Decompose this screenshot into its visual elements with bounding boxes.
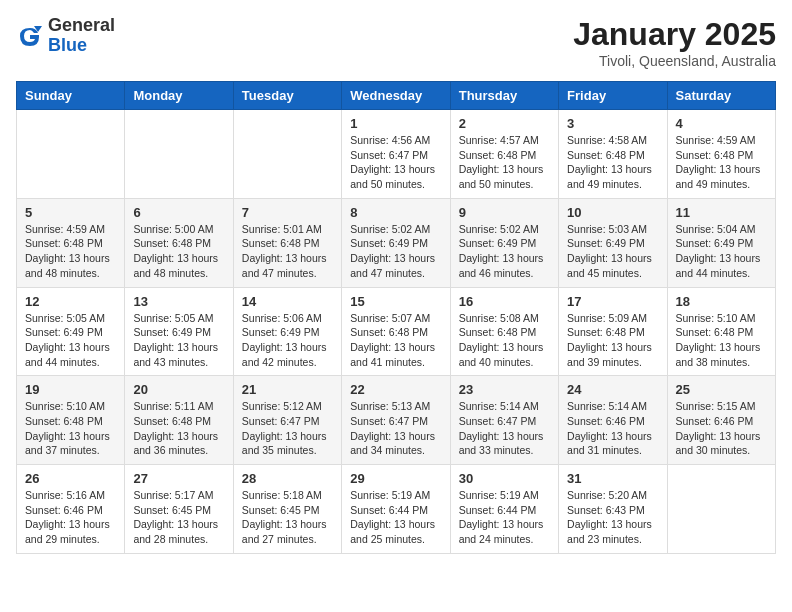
cell-content: Sunrise: 5:19 AM Sunset: 6:44 PM Dayligh… bbox=[459, 488, 550, 547]
cell-content: Sunrise: 5:17 AM Sunset: 6:45 PM Dayligh… bbox=[133, 488, 224, 547]
day-number: 9 bbox=[459, 205, 550, 220]
cell-content: Sunrise: 5:12 AM Sunset: 6:47 PM Dayligh… bbox=[242, 399, 333, 458]
logo-blue: Blue bbox=[48, 35, 87, 55]
cell-content: Sunrise: 5:10 AM Sunset: 6:48 PM Dayligh… bbox=[25, 399, 116, 458]
location: Tivoli, Queensland, Australia bbox=[573, 53, 776, 69]
calendar-cell: 11Sunrise: 5:04 AM Sunset: 6:49 PM Dayli… bbox=[667, 198, 775, 287]
calendar-cell: 29Sunrise: 5:19 AM Sunset: 6:44 PM Dayli… bbox=[342, 465, 450, 554]
week-row-5: 26Sunrise: 5:16 AM Sunset: 6:46 PM Dayli… bbox=[17, 465, 776, 554]
day-number: 25 bbox=[676, 382, 767, 397]
cell-content: Sunrise: 5:06 AM Sunset: 6:49 PM Dayligh… bbox=[242, 311, 333, 370]
cell-content: Sunrise: 5:14 AM Sunset: 6:47 PM Dayligh… bbox=[459, 399, 550, 458]
day-number: 5 bbox=[25, 205, 116, 220]
cell-content: Sunrise: 4:59 AM Sunset: 6:48 PM Dayligh… bbox=[25, 222, 116, 281]
cell-content: Sunrise: 5:10 AM Sunset: 6:48 PM Dayligh… bbox=[676, 311, 767, 370]
week-row-2: 5Sunrise: 4:59 AM Sunset: 6:48 PM Daylig… bbox=[17, 198, 776, 287]
weekday-header-wednesday: Wednesday bbox=[342, 82, 450, 110]
calendar-cell bbox=[125, 110, 233, 199]
weekday-header-tuesday: Tuesday bbox=[233, 82, 341, 110]
calendar-cell: 10Sunrise: 5:03 AM Sunset: 6:49 PM Dayli… bbox=[559, 198, 667, 287]
calendar-cell: 13Sunrise: 5:05 AM Sunset: 6:49 PM Dayli… bbox=[125, 287, 233, 376]
day-number: 23 bbox=[459, 382, 550, 397]
cell-content: Sunrise: 5:09 AM Sunset: 6:48 PM Dayligh… bbox=[567, 311, 658, 370]
cell-content: Sunrise: 5:15 AM Sunset: 6:46 PM Dayligh… bbox=[676, 399, 767, 458]
cell-content: Sunrise: 4:59 AM Sunset: 6:48 PM Dayligh… bbox=[676, 133, 767, 192]
weekday-header-row: SundayMondayTuesdayWednesdayThursdayFrid… bbox=[17, 82, 776, 110]
day-number: 24 bbox=[567, 382, 658, 397]
calendar-cell: 14Sunrise: 5:06 AM Sunset: 6:49 PM Dayli… bbox=[233, 287, 341, 376]
calendar-cell: 22Sunrise: 5:13 AM Sunset: 6:47 PM Dayli… bbox=[342, 376, 450, 465]
calendar-cell: 19Sunrise: 5:10 AM Sunset: 6:48 PM Dayli… bbox=[17, 376, 125, 465]
cell-content: Sunrise: 4:58 AM Sunset: 6:48 PM Dayligh… bbox=[567, 133, 658, 192]
cell-content: Sunrise: 5:16 AM Sunset: 6:46 PM Dayligh… bbox=[25, 488, 116, 547]
logo-general: General bbox=[48, 15, 115, 35]
calendar-cell: 17Sunrise: 5:09 AM Sunset: 6:48 PM Dayli… bbox=[559, 287, 667, 376]
day-number: 17 bbox=[567, 294, 658, 309]
calendar-cell bbox=[17, 110, 125, 199]
day-number: 15 bbox=[350, 294, 441, 309]
weekday-header-monday: Monday bbox=[125, 82, 233, 110]
calendar-cell: 30Sunrise: 5:19 AM Sunset: 6:44 PM Dayli… bbox=[450, 465, 558, 554]
day-number: 29 bbox=[350, 471, 441, 486]
day-number: 28 bbox=[242, 471, 333, 486]
week-row-1: 1Sunrise: 4:56 AM Sunset: 6:47 PM Daylig… bbox=[17, 110, 776, 199]
cell-content: Sunrise: 4:57 AM Sunset: 6:48 PM Dayligh… bbox=[459, 133, 550, 192]
cell-content: Sunrise: 5:08 AM Sunset: 6:48 PM Dayligh… bbox=[459, 311, 550, 370]
weekday-header-thursday: Thursday bbox=[450, 82, 558, 110]
day-number: 13 bbox=[133, 294, 224, 309]
month-year: January 2025 bbox=[573, 16, 776, 53]
logo: General Blue bbox=[16, 16, 115, 56]
day-number: 6 bbox=[133, 205, 224, 220]
day-number: 22 bbox=[350, 382, 441, 397]
logo-icon bbox=[16, 22, 44, 50]
calendar-cell: 8Sunrise: 5:02 AM Sunset: 6:49 PM Daylig… bbox=[342, 198, 450, 287]
week-row-4: 19Sunrise: 5:10 AM Sunset: 6:48 PM Dayli… bbox=[17, 376, 776, 465]
calendar-table: SundayMondayTuesdayWednesdayThursdayFrid… bbox=[16, 81, 776, 554]
day-number: 3 bbox=[567, 116, 658, 131]
calendar-cell: 12Sunrise: 5:05 AM Sunset: 6:49 PM Dayli… bbox=[17, 287, 125, 376]
day-number: 27 bbox=[133, 471, 224, 486]
calendar-cell: 21Sunrise: 5:12 AM Sunset: 6:47 PM Dayli… bbox=[233, 376, 341, 465]
cell-content: Sunrise: 5:13 AM Sunset: 6:47 PM Dayligh… bbox=[350, 399, 441, 458]
day-number: 2 bbox=[459, 116, 550, 131]
cell-content: Sunrise: 5:05 AM Sunset: 6:49 PM Dayligh… bbox=[133, 311, 224, 370]
cell-content: Sunrise: 4:56 AM Sunset: 6:47 PM Dayligh… bbox=[350, 133, 441, 192]
cell-content: Sunrise: 5:00 AM Sunset: 6:48 PM Dayligh… bbox=[133, 222, 224, 281]
cell-content: Sunrise: 5:19 AM Sunset: 6:44 PM Dayligh… bbox=[350, 488, 441, 547]
cell-content: Sunrise: 5:01 AM Sunset: 6:48 PM Dayligh… bbox=[242, 222, 333, 281]
logo-text: General Blue bbox=[48, 16, 115, 56]
cell-content: Sunrise: 5:03 AM Sunset: 6:49 PM Dayligh… bbox=[567, 222, 658, 281]
calendar-cell: 6Sunrise: 5:00 AM Sunset: 6:48 PM Daylig… bbox=[125, 198, 233, 287]
cell-content: Sunrise: 5:20 AM Sunset: 6:43 PM Dayligh… bbox=[567, 488, 658, 547]
calendar-cell bbox=[233, 110, 341, 199]
calendar-cell: 25Sunrise: 5:15 AM Sunset: 6:46 PM Dayli… bbox=[667, 376, 775, 465]
cell-content: Sunrise: 5:11 AM Sunset: 6:48 PM Dayligh… bbox=[133, 399, 224, 458]
day-number: 8 bbox=[350, 205, 441, 220]
day-number: 20 bbox=[133, 382, 224, 397]
calendar-cell: 18Sunrise: 5:10 AM Sunset: 6:48 PM Dayli… bbox=[667, 287, 775, 376]
day-number: 7 bbox=[242, 205, 333, 220]
calendar-cell: 4Sunrise: 4:59 AM Sunset: 6:48 PM Daylig… bbox=[667, 110, 775, 199]
day-number: 19 bbox=[25, 382, 116, 397]
calendar-cell: 7Sunrise: 5:01 AM Sunset: 6:48 PM Daylig… bbox=[233, 198, 341, 287]
day-number: 14 bbox=[242, 294, 333, 309]
cell-content: Sunrise: 5:18 AM Sunset: 6:45 PM Dayligh… bbox=[242, 488, 333, 547]
week-row-3: 12Sunrise: 5:05 AM Sunset: 6:49 PM Dayli… bbox=[17, 287, 776, 376]
cell-content: Sunrise: 5:02 AM Sunset: 6:49 PM Dayligh… bbox=[350, 222, 441, 281]
calendar-cell bbox=[667, 465, 775, 554]
weekday-header-saturday: Saturday bbox=[667, 82, 775, 110]
day-number: 31 bbox=[567, 471, 658, 486]
day-number: 12 bbox=[25, 294, 116, 309]
calendar-cell: 23Sunrise: 5:14 AM Sunset: 6:47 PM Dayli… bbox=[450, 376, 558, 465]
day-number: 18 bbox=[676, 294, 767, 309]
day-number: 30 bbox=[459, 471, 550, 486]
day-number: 21 bbox=[242, 382, 333, 397]
day-number: 11 bbox=[676, 205, 767, 220]
title-block: January 2025 Tivoli, Queensland, Austral… bbox=[573, 16, 776, 69]
calendar-cell: 2Sunrise: 4:57 AM Sunset: 6:48 PM Daylig… bbox=[450, 110, 558, 199]
day-number: 26 bbox=[25, 471, 116, 486]
cell-content: Sunrise: 5:14 AM Sunset: 6:46 PM Dayligh… bbox=[567, 399, 658, 458]
calendar-cell: 20Sunrise: 5:11 AM Sunset: 6:48 PM Dayli… bbox=[125, 376, 233, 465]
calendar-cell: 26Sunrise: 5:16 AM Sunset: 6:46 PM Dayli… bbox=[17, 465, 125, 554]
calendar-cell: 3Sunrise: 4:58 AM Sunset: 6:48 PM Daylig… bbox=[559, 110, 667, 199]
